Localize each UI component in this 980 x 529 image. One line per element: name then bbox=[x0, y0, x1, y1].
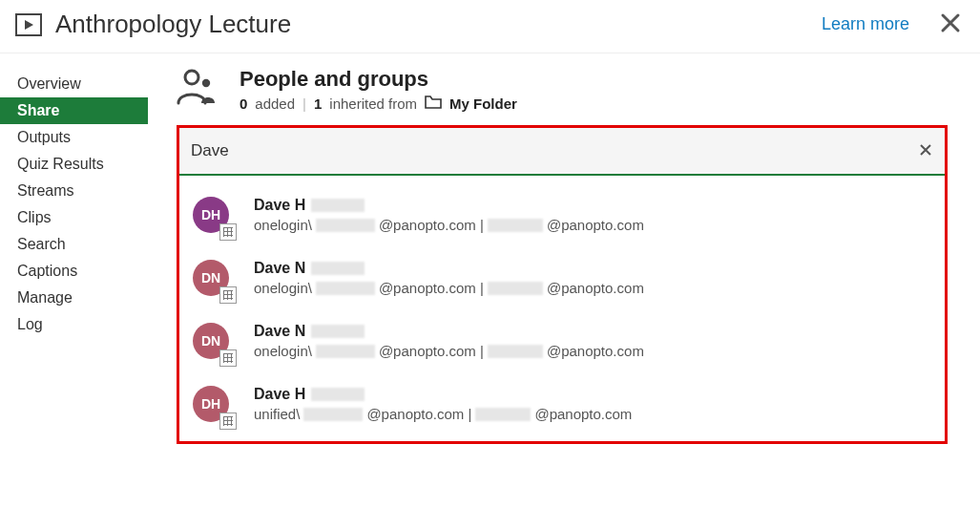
avatar: DN bbox=[193, 260, 233, 300]
sidebar-item-streams[interactable]: Streams bbox=[0, 178, 148, 204]
avatar: DH bbox=[193, 197, 233, 237]
sidebar-item-share[interactable]: Share bbox=[0, 97, 148, 124]
dialog-header: Anthropology Lecture Learn more bbox=[0, 0, 980, 53]
result-detail: onelogin\@panopto.com | @panopto.com bbox=[254, 217, 931, 233]
sidebar-item-clips[interactable]: Clips bbox=[0, 204, 148, 231]
redacted bbox=[488, 282, 543, 295]
redacted bbox=[303, 408, 363, 421]
redacted bbox=[311, 325, 365, 338]
share-panel: People and groups 0 added | 1 inherited … bbox=[148, 53, 980, 444]
search-results: DHDave Honelogin\@panopto.com | @panopto… bbox=[179, 176, 945, 441]
sidebar-item-outputs[interactable]: Outputs bbox=[0, 124, 148, 151]
redacted bbox=[488, 219, 543, 232]
folder-icon bbox=[425, 95, 442, 112]
inherited-count: 1 bbox=[314, 95, 322, 112]
search-highlight: DHDave Honelogin\@panopto.com | @panopto… bbox=[177, 125, 948, 444]
inherited-label: inherited from bbox=[329, 95, 417, 112]
org-icon bbox=[219, 349, 237, 367]
people-icon bbox=[177, 67, 222, 109]
org-icon bbox=[219, 223, 237, 241]
search-result[interactable]: DNDave Nonelogin\@panopto.com | @panopto… bbox=[193, 248, 931, 311]
svg-point-2 bbox=[202, 79, 210, 87]
redacted bbox=[311, 262, 365, 275]
result-detail: onelogin\@panopto.com | @panopto.com bbox=[254, 280, 931, 296]
result-name: Dave N bbox=[254, 323, 931, 340]
avatar: DH bbox=[193, 386, 233, 426]
redacted bbox=[316, 345, 375, 358]
redacted bbox=[311, 388, 365, 401]
result-detail: onelogin\@panopto.com | @panopto.com bbox=[254, 343, 931, 359]
result-detail: unified\@panopto.com | @panopto.com bbox=[254, 406, 931, 422]
sidebar-item-quiz-results[interactable]: Quiz Results bbox=[0, 151, 148, 178]
redacted bbox=[311, 199, 365, 212]
close-button[interactable] bbox=[936, 11, 965, 38]
folder-name: My Folder bbox=[449, 95, 517, 112]
sidebar: Overview Share Outputs Quiz Results Stre… bbox=[0, 53, 148, 444]
sidebar-item-log[interactable]: Log bbox=[0, 311, 148, 338]
video-icon bbox=[15, 13, 42, 36]
redacted bbox=[316, 219, 375, 232]
result-name: Dave H bbox=[254, 197, 931, 214]
added-label: added bbox=[255, 95, 295, 112]
redacted bbox=[488, 345, 543, 358]
learn-more-link[interactable]: Learn more bbox=[822, 14, 909, 34]
search-result[interactable]: DHDave Honelogin\@panopto.com | @panopto… bbox=[193, 185, 931, 248]
sidebar-item-overview[interactable]: Overview bbox=[0, 71, 148, 97]
sidebar-item-search[interactable]: Search bbox=[0, 231, 148, 258]
avatar: DN bbox=[193, 323, 233, 363]
result-name: Dave N bbox=[254, 260, 931, 277]
org-icon bbox=[219, 413, 237, 430]
search-result[interactable]: DNDave Nonelogin\@panopto.com | @panopto… bbox=[193, 311, 931, 374]
search-row bbox=[179, 128, 945, 176]
page-title: Anthropology Lecture bbox=[55, 10, 291, 39]
result-name: Dave H bbox=[254, 386, 931, 403]
added-count: 0 bbox=[240, 95, 247, 112]
people-search-input[interactable] bbox=[179, 128, 907, 174]
svg-marker-0 bbox=[25, 20, 33, 30]
redacted bbox=[475, 408, 531, 421]
org-icon bbox=[219, 286, 237, 304]
redacted bbox=[316, 282, 375, 295]
sidebar-item-manage[interactable]: Manage bbox=[0, 285, 148, 311]
share-heading: People and groups bbox=[240, 67, 517, 92]
share-subline: 0 added | 1 inherited from My Folder bbox=[240, 95, 517, 112]
clear-search-button[interactable] bbox=[907, 141, 945, 161]
svg-point-1 bbox=[185, 71, 198, 84]
search-result[interactable]: DHDave Hunified\@panopto.com | @panopto.… bbox=[193, 374, 931, 437]
sidebar-item-captions[interactable]: Captions bbox=[0, 258, 148, 285]
